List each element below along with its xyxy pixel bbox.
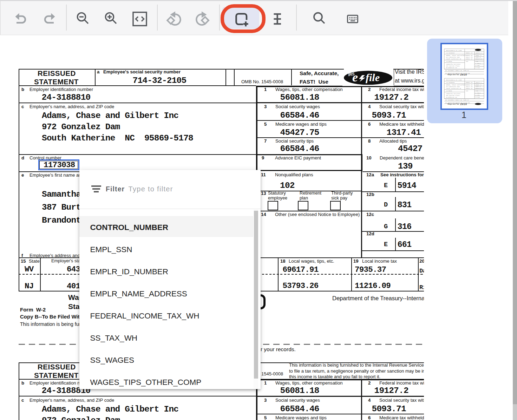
svg-text:E 5914: E 5914 — [476, 92, 481, 94]
svg-text:19127.2: 19127.2 — [476, 52, 482, 54]
svg-text:45427.75: 45427.75 — [466, 57, 473, 58]
svg-text:102: 102 — [466, 61, 469, 62]
svg-text:972 Gonzalez Dam: 972 Gonzalez Dam — [446, 57, 460, 58]
svg-text:5093.71: 5093.71 — [476, 55, 482, 56]
svg-text:714-32-2105: 714-32-2105 — [452, 50, 462, 51]
svg-text:E 5914: E 5914 — [476, 63, 481, 64]
svg-text:REISSUED: REISSUED — [446, 50, 453, 51]
svg-text:24-3188810: 24-3188810 — [446, 82, 455, 83]
svg-text:66584.46: 66584.46 — [466, 55, 473, 56]
svg-text:45427.9: 45427.9 — [476, 58, 482, 60]
svg-text:G 316: G 316 — [476, 97, 480, 98]
svg-text:D 831: D 831 — [476, 65, 480, 66]
svg-text:REISSUED: REISSUED — [446, 79, 453, 81]
svg-text:G 316: G 316 — [476, 67, 480, 68]
svg-text:Samantha Martinez: Samantha Martinez — [446, 93, 460, 94]
svg-text:387 Burton Plaza: 387 Burton Plaza — [446, 65, 460, 67]
svg-text:e: e — [352, 70, 358, 84]
svg-text:Samantha Martinez: Samantha Martinez — [446, 64, 460, 65]
svg-text:Brandonton WV: Brandonton WV — [446, 67, 457, 68]
svg-text:24-3188810: 24-3188810 — [446, 52, 455, 54]
svg-text:WV 64340017 69617.91 7935.37: WV 64340017 69617.91 7935.37 — [445, 70, 469, 71]
svg-text:45427.9: 45427.9 — [476, 88, 482, 89]
svg-text:1173038: 1173038 — [446, 90, 452, 92]
svg-text:WV 64340017 69617.91 7935.37: WV 64340017 69617.91 7935.37 — [445, 99, 469, 101]
svg-text:Wage and Tax: Wage and Tax — [447, 73, 459, 76]
svg-text:972 Gonzalez Dam: 972 Gonzalez Dam — [446, 86, 460, 87]
svg-text:Brandonton WV: Brandonton WV — [446, 97, 457, 98]
svg-text:387 Burton Plaza: 387 Burton Plaza — [446, 95, 460, 96]
svg-text:1317.4: 1317.4 — [476, 86, 481, 87]
svg-text:file: file — [366, 72, 380, 83]
svg-text:139: 139 — [476, 90, 478, 92]
svg-text:Adams, Chase and Gilbert: Adams, Chase and Gilbert — [446, 55, 466, 56]
svg-text:South Katherine NC: South Katherine NC — [446, 58, 462, 60]
svg-text:56081.18: 56081.18 — [466, 52, 473, 54]
svg-text:66584.46: 66584.46 — [466, 88, 473, 89]
svg-text:1317.4: 1317.4 — [476, 57, 481, 58]
svg-text:Wage and Tax: Wage and Tax — [447, 103, 459, 105]
svg-text:66584.46: 66584.46 — [466, 84, 473, 86]
svg-text:5093.71: 5093.71 — [476, 84, 482, 86]
svg-text:D 831: D 831 — [476, 94, 480, 96]
svg-text:102: 102 — [466, 90, 469, 92]
svg-text:2010: 2010 — [460, 103, 467, 106]
svg-text:2010: 2010 — [460, 73, 467, 76]
svg-text:56081.18: 56081.18 — [466, 82, 473, 83]
svg-text:139: 139 — [476, 61, 478, 62]
svg-text:19127.2: 19127.2 — [476, 82, 482, 83]
svg-text:1173038: 1173038 — [446, 61, 452, 62]
svg-text:66584.46: 66584.46 — [466, 58, 473, 60]
svg-text:45427.75: 45427.75 — [466, 86, 473, 87]
svg-text:South Katherine NC: South Katherine NC — [446, 88, 462, 89]
svg-text:Adams, Chase and Gilbert: Adams, Chase and Gilbert — [446, 84, 466, 86]
svg-text:714-32-2105: 714-32-2105 — [452, 79, 462, 81]
